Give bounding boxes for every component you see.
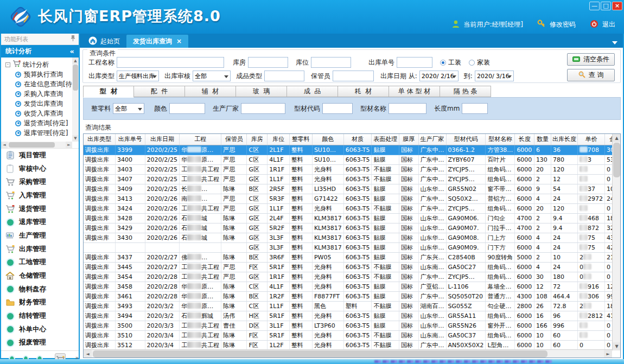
material-tab-0[interactable]: 型 材	[83, 86, 134, 98]
sidebar-item-12[interactable]: 结转管理	[1, 309, 79, 323]
tab-home[interactable]: 起始页	[82, 35, 126, 48]
material-tab-1[interactable]: 配 件	[134, 86, 185, 97]
table-row[interactable]: 调拨出库34132020/2/26南…严思C区5R3F整料G714226063-…	[84, 194, 620, 203]
sidebar-item-14[interactable]: 报废管理	[1, 336, 79, 350]
scroll-right-icon[interactable]: ►	[604, 350, 612, 358]
scroll-thumb[interactable]	[93, 350, 547, 357]
date-to-picker[interactable]: 2020/ 3/16	[475, 71, 514, 81]
date-from-picker[interactable]: 2020/ 2/16	[419, 71, 459, 81]
sidebar-item-11[interactable]: 财务管理	[1, 296, 79, 310]
column-header[interactable]: 材质	[343, 134, 372, 145]
sidebar-item-7[interactable]: 出库管理	[1, 242, 79, 256]
color-input[interactable]	[169, 103, 205, 114]
table-vertical-scrollbar[interactable]: ▲ ▼	[612, 134, 620, 350]
clear-conditions-button[interactable]: 清空条件	[567, 53, 615, 66]
collapse-icon[interactable]: «	[70, 47, 74, 55]
section-header-statistics[interactable]: 统计分析 «	[1, 45, 79, 58]
scroll-down-icon[interactable]: ▼	[613, 342, 621, 350]
column-header[interactable]: 型材名称	[486, 134, 515, 145]
radio-jiazhuang[interactable]: 家装	[469, 58, 490, 67]
sidebar-item-10[interactable]: 物料盘存	[1, 283, 79, 296]
scroll-up-icon[interactable]: ▲	[72, 58, 79, 64]
out-audit-select[interactable]: 全部	[193, 71, 231, 81]
profile-name-input[interactable]	[389, 103, 426, 114]
tree-item-1[interactable]: 在途信息查询[待	[1, 79, 79, 89]
table-row[interactable]: 调拨出库34092020/2/25长…陈琳B区2R5F整料LI35HD6063-…	[84, 184, 620, 194]
keeper-input[interactable]	[333, 71, 374, 81]
sidebar-item-13[interactable]: 补单中心	[1, 323, 79, 336]
sidebar-item-4[interactable]: 退货管理	[1, 202, 79, 216]
table-horizontal-scrollbar[interactable]: ◄ ►	[84, 349, 612, 357]
column-header[interactable]: 出库类型	[84, 134, 115, 145]
material-tab-6[interactable]: 单 体 型 材	[389, 86, 440, 97]
scroll-thumb[interactable]	[73, 65, 78, 91]
scroll-thumb[interactable]	[613, 143, 620, 177]
material-tab-4[interactable]: 成 品	[287, 86, 338, 97]
tree-item-5[interactable]: 退货查询[待定]	[1, 118, 79, 128]
sidebar-item-5[interactable]: 退库管理	[1, 215, 79, 229]
scroll-left-icon[interactable]: ◄	[84, 350, 92, 358]
column-header[interactable]: 出库日期	[145, 134, 180, 145]
material-tab-5[interactable]: 耗 材	[338, 86, 389, 97]
column-header[interactable]: 单价	[577, 134, 604, 145]
column-header[interactable]: 出库单号	[115, 134, 145, 145]
column-header[interactable]: 库房	[247, 134, 268, 145]
table-row[interactable]: 调拨出库34452020/2/27工共工程严思F区5R1F整料光身料6063-T…	[84, 262, 620, 272]
column-header[interactable]: 保管员	[221, 134, 247, 145]
column-header[interactable]: 数量	[534, 134, 551, 145]
column-header[interactable]: 出库长度	[551, 134, 577, 145]
column-header[interactable]: 库位	[268, 134, 290, 145]
search-button[interactable]: 查 询	[567, 69, 615, 81]
table-row[interactable]: 调拨出库35102020/3/4工共工程陈琳F区5R1F整料光身料6063-T5…	[84, 330, 620, 340]
table-row[interactable]: 调拨出库35122020/3/4工共工程陈琳F区1L2F整料光身料6063-T5…	[84, 340, 620, 350]
column-header[interactable]: 表面处理	[372, 134, 399, 145]
column-header[interactable]: 颜色	[312, 134, 343, 145]
table-row[interactable]: 调拨出库34242020/2/26工共工程严思G区1L1F整料光身料6063-T…	[84, 203, 620, 213]
project-name-input[interactable]	[117, 57, 224, 68]
column-header[interactable]: 型材代码	[446, 134, 486, 145]
scroll-left-icon[interactable]: ◄	[1, 142, 8, 148]
table-row[interactable]: 调拨出库34292020/2/26石城陈琳G区5R2F整料KLM38176063…	[84, 223, 620, 233]
table-row[interactable]: G区3L3F整料KLM38176063-T5贴膜国标山东华…GA90M09.门下…	[84, 242, 620, 252]
sidebar-item-1[interactable]: 审核中心	[1, 162, 79, 176]
table-row[interactable]: 调拨出库35002020/3/3工共工程曹佳D区3L1F整料LT3P606063…	[84, 321, 620, 330]
scroll-down-icon[interactable]: ▼	[72, 135, 79, 142]
material-tab-7[interactable]: 隔 热 条	[440, 86, 491, 97]
scroll-thumb[interactable]	[9, 142, 55, 148]
table-row[interactable]: 调拨出库34002020/2/25华原…严思C区4L1F整料SU10…6063-…	[84, 155, 620, 164]
table-row[interactable]: 调拨出库34072020/2/25工共工程严思G区1L1F整料光身料6063-T…	[84, 174, 620, 184]
tree-item-4[interactable]: 收货入库查询	[1, 108, 79, 118]
table-row[interactable]: 调拨出库34372020/2/27佛…陈琳B区3R6F整料PW056063-T5…	[84, 252, 620, 262]
table-row[interactable]: 调拨出库33992020/2/25华原…严思C区2L1F整料SU10…6063-…	[84, 145, 620, 155]
table-row[interactable]: 调拨出库34612020/2/28华原…陈琳B区1R2F整料F8877FT606…	[84, 291, 620, 301]
sidebar-item-0[interactable]: 项目管理	[1, 149, 79, 162]
tree-vertical-scrollbar[interactable]: ▲ ▼	[72, 58, 79, 142]
tree-root-statistics[interactable]: - 统计分析	[1, 60, 79, 69]
tree-item-3[interactable]: 发货出库查询	[1, 99, 79, 108]
scroll-right-icon[interactable]: ►	[66, 142, 72, 148]
length-mm-input[interactable]	[462, 103, 488, 114]
table-row[interactable]: 调拨出库34932020/3/2华原…陈琳C区1L1F整料黑色塑料不贴膜国标湖南…	[84, 301, 620, 311]
location-input[interactable]	[311, 57, 351, 68]
sidebar-item-9[interactable]: 仓储管理	[1, 269, 79, 283]
tree-expander-icon[interactable]: -	[5, 62, 10, 67]
sidebar-item-3[interactable]: 入库管理	[1, 189, 79, 202]
sidebar-item-6[interactable]: 生产管理	[1, 229, 79, 242]
manufacturer-input[interactable]	[241, 103, 285, 114]
pin-icon[interactable]	[71, 35, 75, 43]
radio-gongzhuang[interactable]: 工装	[440, 58, 461, 67]
order-no-input[interactable]	[397, 57, 432, 68]
sidebar-item-2[interactable]: 采购管理	[1, 175, 79, 189]
column-header[interactable]: 膜厚	[399, 134, 418, 145]
column-header[interactable]: 生产厂家	[418, 134, 446, 145]
product-type-input[interactable]	[264, 71, 304, 81]
profile-code-input[interactable]	[322, 103, 353, 114]
out-type-select[interactable]: 生产领料出库	[117, 71, 159, 81]
material-tab-3[interactable]: 玻 璃	[236, 86, 287, 97]
column-header[interactable]: 工程	[180, 134, 221, 145]
minimize-button[interactable]: —	[589, 2, 600, 10]
tree-item-2[interactable]: 采购入库查询	[1, 89, 79, 99]
logout-link[interactable]: 退出	[602, 20, 615, 29]
material-tab-2[interactable]: 辅 材	[185, 86, 236, 97]
tab-shipping-outbound-query[interactable]: 发货出库查询 ×	[126, 35, 188, 48]
